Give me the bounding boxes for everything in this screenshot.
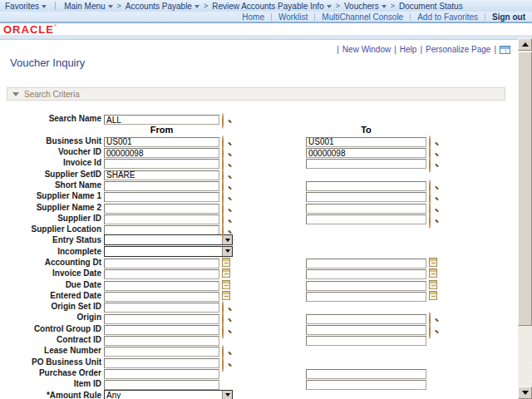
short-name-from-lookup-icon[interactable] [222,180,231,190]
voucher-id-to-lookup-icon[interactable] [429,147,438,156]
lease-number-from-lookup-icon[interactable] [222,346,231,355]
amount-rule-from-select[interactable]: Any [104,390,233,399]
breadcrumb-item-accounts-payable[interactable]: Accounts Payable [126,2,200,11]
form-row: Short Name [0,180,517,190]
worklist-link[interactable]: Worklist [278,12,308,22]
breadcrumb-divider [55,2,56,10]
add-to-favorites-link[interactable]: Add to Favorites [417,12,478,22]
field-label: Entered Date [0,291,104,300]
control-group-id-from-lookup-icon[interactable] [222,324,231,333]
supplier-location-from-input[interactable] [104,225,219,235]
field-label: Search Name [0,114,104,123]
search-criteria-form: Search Name From To Business UnitVoucher… [0,113,517,399]
favorites-menu[interactable]: Favorites [5,2,47,11]
field-label: Entry Status [0,235,104,244]
control-group-id-to-lookup-icon[interactable] [429,324,438,333]
supplier-setid-from-lookup-icon[interactable] [222,170,231,179]
oracle-logo: ORACLE® [3,23,57,36]
contract-id-to-input[interactable] [306,336,426,346]
header-link-bar: HomeWorklistMultiChannel ConsoleAdd to F… [0,12,532,23]
chevron-down-icon [195,5,200,8]
accounting-dt-from-calendar-icon[interactable] [222,258,230,267]
entered-date-to-input[interactable] [306,292,426,302]
dropdown-arrow-icon[interactable] [222,235,232,244]
personalize-layout-grid-icon[interactable] [500,46,510,54]
invoice-id-to-lookup-icon[interactable] [429,158,438,167]
business-unit-from-lookup-icon[interactable] [222,136,231,145]
header-divider-band [0,35,532,40]
breadcrumb-separator: > [117,2,121,10]
field-label: Supplier Name 1 [0,191,104,200]
entered-date-to-calendar-icon[interactable] [429,291,437,300]
personalize-page-link[interactable]: Personalize Page [426,45,490,54]
supplier-name-2-to-lookup-icon[interactable] [429,203,438,212]
column-header-row: From To [0,124,517,135]
home-link[interactable]: Home [242,12,264,22]
link-divider [314,13,315,21]
field-label: Due Date [0,280,104,289]
collapse-triangle-icon[interactable] [12,92,19,96]
new-window-link[interactable]: New Window [342,45,391,54]
voucher-id-from-lookup-icon[interactable] [222,147,231,156]
breadcrumb-item-main-menu[interactable]: Main Menu [64,2,112,11]
due-date-to-calendar-icon[interactable] [429,280,437,289]
field-label: Lease Number [0,346,104,355]
invoice-date-from-calendar-icon[interactable] [222,268,230,278]
invoice-id-to-input[interactable] [306,159,426,169]
po-business-unit-from-lookup-icon[interactable] [222,357,231,367]
field-label: *Amount Rule [0,391,104,399]
supplier-name-2-from-lookup-icon[interactable] [222,203,231,212]
utility-links: | New Window | Help | Personalize Page | [337,45,510,54]
search-criteria-section-header[interactable]: Search Criteria [7,87,505,101]
scroll-down-button[interactable] [518,387,532,399]
item-id-from-input[interactable] [104,380,219,390]
form-row: Supplier Location [0,224,517,234]
form-row: *Amount RuleAny [0,389,517,399]
scroll-up-button[interactable] [518,38,532,51]
breadcrumb-separator: > [336,2,340,10]
favorites-label: Favorites [5,2,39,11]
dropdown-arrow-icon[interactable] [222,247,232,256]
form-row: Entered Date [0,290,517,301]
short-name-to-lookup-icon[interactable] [429,180,438,190]
form-row: Supplier Name 2 [0,201,517,212]
supplier-id-to-input[interactable] [306,214,426,224]
multichannel-console-link[interactable]: MultiChannel Console [322,12,403,22]
help-link[interactable]: Help [400,45,417,54]
sign-out-link[interactable]: Sign out [492,12,525,22]
entry-status-from-select[interactable] [104,234,233,245]
vertical-scrollbar[interactable] [518,38,532,399]
breadcrumb-item-vouchers[interactable]: Vouchers [344,2,387,11]
chevron-down-icon [382,5,387,8]
lookup-icon[interactable] [222,114,231,123]
search-name-input[interactable] [104,115,219,125]
field-label: Contract ID [0,335,104,344]
invoice-id-from-lookup-icon[interactable] [222,158,231,167]
supplier-id-to-lookup-icon[interactable] [429,214,438,223]
origin-to-lookup-icon[interactable] [429,313,438,322]
breadcrumb-item-document-status[interactable]: Document Status [399,2,463,11]
form-row: Origin Set ID [0,301,517,312]
origin-set-id-from-lookup-icon[interactable] [222,302,231,311]
scrollbar-thumb[interactable] [518,52,532,326]
supplier-location-from-lookup-icon[interactable] [222,224,231,234]
item-id-to-input[interactable] [306,380,426,390]
dropdown-arrow-icon[interactable] [222,391,232,399]
due-date-from-calendar-icon[interactable] [222,280,230,289]
field-label: Origin [0,313,104,322]
entered-date-from-calendar-icon[interactable] [222,291,230,300]
form-row: Accounting Dt [0,257,517,268]
invoice-date-to-calendar-icon[interactable] [429,268,437,278]
chevron-down-icon [327,5,332,8]
origin-from-lookup-icon[interactable] [222,313,231,322]
form-row: Lease Number [0,345,517,356]
supplier-name-1-from-lookup-icon[interactable] [222,191,231,200]
breadcrumb-item-review-accounts-payable-info[interactable]: Review Accounts Payable Info [212,2,332,11]
business-unit-to-lookup-icon[interactable] [429,136,438,145]
supplier-id-from-lookup-icon[interactable] [222,214,231,223]
field-label: Incomplete [0,247,104,256]
chevron-down-icon [42,5,47,8]
link-divider [271,13,272,21]
supplier-name-1-to-lookup-icon[interactable] [429,191,438,200]
accounting-dt-to-calendar-icon[interactable] [429,258,437,267]
